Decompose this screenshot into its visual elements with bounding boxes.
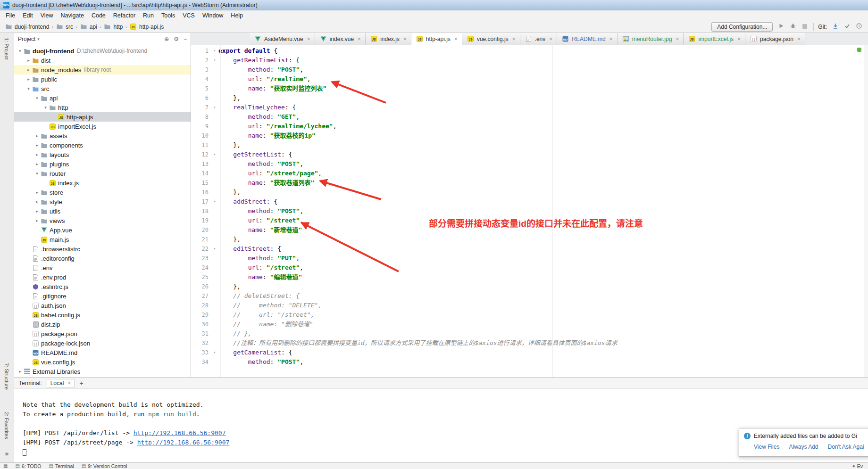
- tree-item-browserslistrc[interactable]: .browserslistrc: [14, 244, 191, 254]
- menu-edit[interactable]: Edit: [19, 11, 37, 20]
- settings-gear-icon[interactable]: ⚙: [174, 36, 179, 42]
- tab-http-api-js[interactable]: JShttp-api.js×: [411, 33, 462, 45]
- tree-item-dist[interactable]: ▸dist: [14, 56, 191, 65]
- chevron-expanded-icon[interactable]: ▾: [17, 49, 23, 53]
- chevron-collapsed-icon[interactable]: ▸: [34, 162, 40, 166]
- fold-icon[interactable]: ▾: [211, 197, 218, 206]
- terminal-tab-local[interactable]: Local ×: [47, 379, 75, 387]
- code-line-21[interactable]: 21 },: [191, 235, 868, 244]
- close-icon[interactable]: ×: [549, 36, 552, 42]
- chevron-collapsed-icon[interactable]: ▸: [34, 218, 40, 223]
- menu-run[interactable]: Run: [139, 11, 158, 20]
- tree-item-env-prod[interactable]: .env.prod: [14, 272, 191, 282]
- locate-file-icon[interactable]: ⊕: [164, 36, 169, 42]
- tab-index-js[interactable]: JSindex.js×: [366, 33, 411, 45]
- code-line-18[interactable]: 18 method: "POST",: [191, 206, 868, 216]
- code-line-28[interactable]: 28 // method: "DELETE",: [191, 301, 868, 310]
- git-history-button[interactable]: [855, 23, 863, 31]
- chevron-expanded-icon[interactable]: ▾: [42, 105, 49, 110]
- code-line-8[interactable]: 8 method: "GET",: [191, 112, 868, 122]
- code-line-5[interactable]: 5 name: "获取实时监控列表": [191, 84, 868, 93]
- code-line-23[interactable]: 23 method: "PUT",: [191, 254, 868, 263]
- menu-navigate[interactable]: Navigate: [57, 11, 88, 20]
- tab-env[interactable]: .env×: [520, 33, 558, 45]
- window-titlebar[interactable]: WS duoji-frontend [D:\zheheWeb\duoji-fro…: [0, 0, 868, 10]
- tree-item-env[interactable]: .env: [14, 263, 191, 272]
- chevron-collapsed-icon[interactable]: ▸: [25, 77, 32, 82]
- code-line-1[interactable]: 1▾export default {: [191, 46, 868, 56]
- code-line-11[interactable]: 11 },: [191, 140, 868, 150]
- tool-window-button-favorites[interactable]: 2: Favorites: [4, 412, 9, 439]
- tree-item-vue-config-js[interactable]: JSvue.config.js: [14, 357, 191, 367]
- inspection-indicator[interactable]: [857, 48, 861, 52]
- close-icon[interactable]: ×: [307, 36, 310, 42]
- tree-item-assets[interactable]: ▸assets: [14, 131, 191, 140]
- code-line-2[interactable]: 2▾ getRealTimeList: {: [191, 56, 868, 65]
- chevron-collapsed-icon[interactable]: ▸: [34, 133, 40, 138]
- menu-tools[interactable]: Tools: [158, 11, 179, 20]
- menu-refactor[interactable]: Refactor: [109, 11, 139, 20]
- tree-item-public[interactable]: ▸public: [14, 74, 191, 84]
- tree-item-store[interactable]: ▸store: [14, 188, 191, 197]
- breadcrumb-item-src[interactable]: src: [56, 24, 73, 30]
- fold-icon[interactable]: ▾: [211, 103, 218, 112]
- tree-item-editorconfig[interactable]: .editorconfig: [14, 254, 191, 263]
- code-line-27[interactable]: 27 // deleteStreet: {: [191, 291, 868, 301]
- tree-item-api[interactable]: ▾api: [14, 93, 191, 103]
- tree-item-views[interactable]: ▸views: [14, 216, 191, 225]
- tree-item-components[interactable]: ▸components: [14, 140, 191, 150]
- add-configuration-button[interactable]: Add Configuration...: [711, 22, 773, 32]
- tree-item-http[interactable]: ▾http: [14, 103, 191, 112]
- debug-button[interactable]: [789, 23, 797, 31]
- tool-window-switcher-icon[interactable]: ▦: [3, 463, 8, 469]
- fold-icon[interactable]: ▾: [211, 46, 218, 56]
- code-line-3[interactable]: 3 method: "POST",: [191, 65, 868, 74]
- notification-action-always-add[interactable]: Always Add: [789, 444, 818, 450]
- code-line-7[interactable]: 7▾ realTimeLychee: {: [191, 103, 868, 112]
- breadcrumb-item-http[interactable]: http: [103, 24, 123, 30]
- tree-item-plugins[interactable]: ▸plugins: [14, 159, 191, 169]
- close-icon[interactable]: ×: [737, 36, 741, 42]
- project-panel-title[interactable]: Project: [18, 36, 35, 42]
- tool-window-button-project[interactable]: 1: Project: [4, 38, 9, 59]
- code-line-17[interactable]: 17▾ addStreet: {: [191, 197, 868, 206]
- code-line-24[interactable]: 24 url: "/street",: [191, 263, 868, 272]
- fold-icon[interactable]: ▾: [211, 244, 218, 254]
- chevron-expanded-icon[interactable]: ▾: [34, 171, 40, 176]
- code-line-29[interactable]: 29 // url: "/street",: [191, 310, 868, 320]
- terminal-link[interactable]: http://192.168.66.56:9007: [134, 429, 226, 436]
- tree-item-src[interactable]: ▾src: [14, 84, 191, 93]
- tree-item-babel-config-js[interactable]: JSbabel.config.js: [14, 310, 191, 320]
- tab-importexcel-js[interactable]: JSimportExcel.js×: [684, 33, 745, 45]
- breadcrumb-item-api[interactable]: api: [80, 24, 97, 30]
- chevron-collapsed-icon[interactable]: ▸: [34, 143, 40, 148]
- tree-item-importexcel-js[interactable]: JSimportExcel.js: [14, 122, 191, 131]
- tree-item-package-lock-json[interactable]: {}package-lock.json: [14, 338, 191, 348]
- hide-panel-icon[interactable]: −: [184, 36, 187, 42]
- close-icon[interactable]: ×: [358, 36, 361, 42]
- status-item-9-version-control[interactable]: ▤9: Version Control: [82, 463, 127, 469]
- tab-asidemenu-vue[interactable]: AsideMenu.vue×: [250, 33, 315, 45]
- tree-item-readme-md[interactable]: MDREADME.md: [14, 348, 191, 357]
- close-icon[interactable]: ×: [512, 36, 516, 42]
- tab-vue-config-js[interactable]: JSvue.config.js×: [462, 33, 520, 45]
- chevron-collapsed-icon[interactable]: ▸: [34, 199, 40, 204]
- code-line-32[interactable]: 32 //注释：所有用到删除的接口都需要拼接变量id，所以请求方式采用了挂载在原…: [191, 338, 868, 348]
- menu-vcs[interactable]: VCS: [179, 11, 199, 20]
- code-line-34[interactable]: 34 method: "POST",: [191, 357, 868, 367]
- breadcrumb-item-http-api-js[interactable]: JShttp-api.js: [129, 24, 164, 30]
- close-icon[interactable]: ×: [67, 380, 71, 387]
- chevron-collapsed-icon[interactable]: ▸: [34, 152, 40, 157]
- new-terminal-button[interactable]: +: [79, 379, 83, 387]
- code-line-25[interactable]: 25 name: "编辑巷道": [191, 272, 868, 282]
- code-editor[interactable]: 1▾export default {2▾ getRealTimeList: {3…: [191, 45, 868, 377]
- code-line-26[interactable]: 26 },: [191, 282, 868, 291]
- terminal-link[interactable]: http://192.168.66.56:9007: [137, 439, 230, 446]
- chevron-collapsed-icon[interactable]: ▸: [34, 209, 40, 214]
- close-icon[interactable]: ×: [454, 36, 458, 42]
- fold-icon[interactable]: ▾: [211, 56, 218, 65]
- tree-item-package-json[interactable]: {}package.json: [14, 329, 191, 338]
- tree-item-dist-zip[interactable]: dist.zip: [14, 320, 191, 329]
- code-line-22[interactable]: 22▾ editStreet: {: [191, 244, 868, 254]
- tree-item-auth-json[interactable]: {}auth.json: [14, 301, 191, 310]
